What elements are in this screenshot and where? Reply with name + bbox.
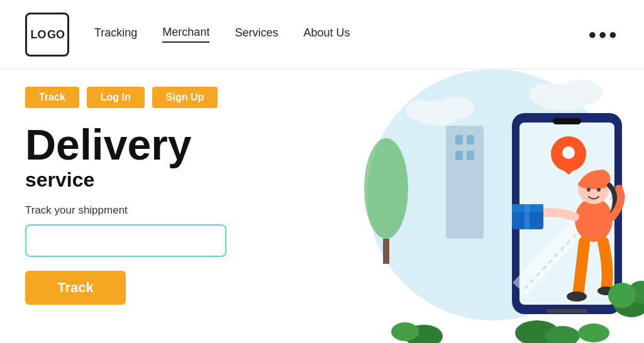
signup-button[interactable]: Sign Up [152,87,218,108]
right-illustration [340,69,644,343]
nav-services[interactable]: Services [235,26,278,42]
svg-rect-13 [467,151,474,160]
nav-merchant[interactable]: Merchant [162,26,209,43]
svg-point-19 [562,146,575,159]
track-button-main[interactable]: Track [25,271,126,305]
svg-point-22 [578,179,609,189]
svg-rect-16 [553,118,581,124]
svg-point-1 [364,138,408,239]
logo[interactable]: LO GO [25,13,69,57]
svg-point-24 [597,188,601,192]
svg-point-32 [608,283,636,308]
header: LO GO Tracking Merchant Services About U… [0,0,644,69]
tracking-input[interactable] [25,224,226,257]
svg-rect-2 [383,239,389,264]
svg-rect-11 [467,135,474,144]
left-panel: Track Log In Sign Up Delivery service Tr… [0,69,340,343]
svg-point-37 [391,322,419,341]
track-button-top[interactable]: Track [25,87,79,108]
svg-point-4 [436,97,474,119]
logo-line1: LO [30,29,47,40]
login-button[interactable]: Log In [87,87,145,108]
svg-rect-9 [446,126,484,239]
nav-about[interactable]: About Us [303,26,350,42]
hero-title: Delivery [25,123,314,166]
nav: Tracking Merchant Services About Us [94,26,588,43]
nav-tracking[interactable]: Tracking [94,26,137,42]
svg-point-8 [529,84,564,105]
track-label: Track your shippment [25,204,314,217]
svg-point-20 [575,198,613,242]
svg-point-23 [587,188,591,192]
more-menu-button[interactable]: ●●● [588,26,619,43]
svg-point-7 [559,80,603,105]
svg-point-28 [567,291,587,302]
svg-rect-10 [455,135,463,144]
delivery-illustration [340,69,644,343]
svg-rect-12 [455,151,463,160]
svg-rect-27 [525,204,530,229]
svg-rect-17 [547,309,587,313]
logo-line2: GO [47,29,65,40]
svg-point-35 [578,324,609,342]
main-content: Track Log In Sign Up Delivery service Tr… [0,69,644,343]
action-buttons-row: Track Log In Sign Up [25,87,314,108]
svg-point-5 [405,100,436,120]
hero-subtitle: service [25,168,314,192]
